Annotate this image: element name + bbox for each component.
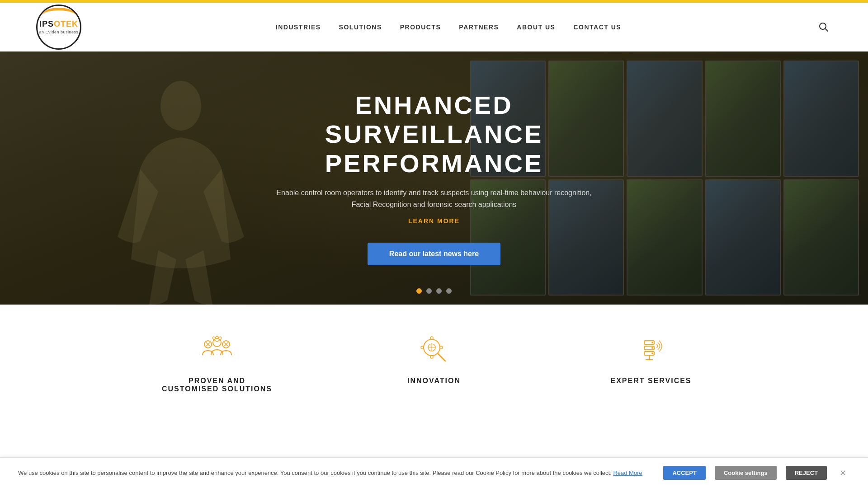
slide-dot-2[interactable] (426, 288, 432, 294)
cookie-text: We use cookies on this site to personali… (18, 469, 654, 478)
feature-card-innovation: INNOVATION (344, 332, 524, 397)
hero-title: ENHANCED SURVEILLANCE PERFORMANCE (249, 91, 619, 178)
nav-item-industries[interactable]: INDUSTRIES (276, 23, 321, 31)
cookie-banner: We use cookies on this site to personali… (0, 457, 868, 488)
hero-title-line2: PERFORMANCE (325, 149, 543, 178)
logo-subtitle: an Eviden business (39, 30, 78, 34)
feature-card-proven: PROVEN AND CUSTOMISED SOLUTIONS (127, 332, 307, 397)
svg-point-2 (160, 81, 201, 131)
nav-item-solutions[interactable]: SOLUTIONS (339, 23, 382, 31)
monitor-4 (705, 61, 781, 177)
learn-more-link[interactable]: LEARN MORE (249, 217, 619, 225)
svg-line-1 (825, 28, 828, 31)
monitor-9 (705, 179, 781, 296)
feature-title-proven: PROVEN AND CUSTOMISED SOLUTIONS (127, 377, 307, 393)
monitor-8 (627, 179, 702, 296)
search-button[interactable] (816, 19, 832, 35)
innovation-icon (416, 332, 452, 368)
search-icon (819, 22, 829, 32)
feature-card-expert: EXPERT SERVICES (561, 332, 741, 397)
news-button[interactable]: Read our latest news here (368, 243, 500, 265)
slide-dot-4[interactable] (446, 288, 452, 294)
logo-arc (41, 8, 77, 26)
cookie-settings-button[interactable]: Cookie settings (715, 466, 777, 480)
cookie-read-more-link[interactable]: Read More (613, 469, 642, 476)
logo-area[interactable]: IPSOTEK an Eviden business (36, 5, 81, 50)
site-header: IPSOTEK an Eviden business INDUSTRIES SO… (0, 3, 868, 52)
nav-item-contact[interactable]: CONTACT US (573, 23, 621, 31)
hero-title-line1: ENHANCED SURVEILLANCE (325, 91, 543, 148)
hero-subtitle: Enable control room operators to identif… (276, 187, 592, 210)
svg-point-24 (651, 352, 653, 354)
hero-section: ENHANCED SURVEILLANCE PERFORMANCE Enable… (0, 52, 868, 305)
logo: IPSOTEK an Eviden business (36, 5, 81, 50)
svg-line-11 (438, 353, 445, 361)
nav-item-partners[interactable]: PARTNERS (459, 23, 499, 31)
slide-dot-1[interactable] (416, 288, 422, 294)
cookie-reject-button[interactable]: REJECT (786, 466, 827, 480)
svg-point-23 (651, 347, 653, 349)
svg-point-22 (651, 342, 653, 343)
feature-title-innovation: INNOVATION (344, 377, 524, 385)
expert-icon (633, 332, 669, 368)
monitor-3 (627, 61, 702, 177)
nav-item-products[interactable]: PRODUCTS (400, 23, 441, 31)
features-section: PROVEN AND CUSTOMISED SOLUTIONS (0, 305, 868, 415)
nav-item-about[interactable]: ABOUT US (517, 23, 555, 31)
hero-content: ENHANCED SURVEILLANCE PERFORMANCE Enable… (231, 91, 637, 265)
monitor-10 (783, 179, 859, 296)
group-icon (199, 332, 235, 368)
hero-person-silhouette (113, 79, 249, 305)
feature-title-expert: EXPERT SERVICES (561, 377, 741, 385)
monitor-5 (783, 61, 859, 177)
main-nav: INDUSTRIES SOLUTIONS PRODUCTS PARTNERS A… (276, 23, 621, 31)
cookie-close-button[interactable]: ✕ (836, 466, 850, 480)
slide-dot-3[interactable] (436, 288, 442, 294)
cookie-accept-button[interactable]: ACCEPT (663, 466, 705, 480)
slide-dots (416, 288, 452, 294)
